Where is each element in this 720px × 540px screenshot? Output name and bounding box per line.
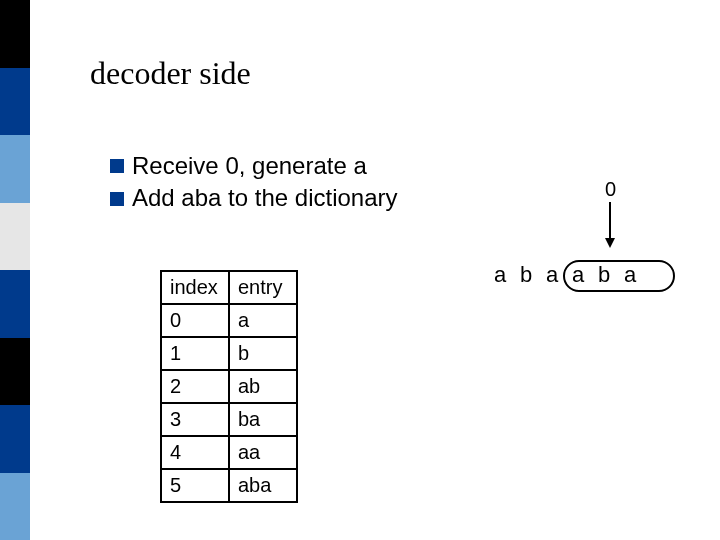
table-header-index: index [161,271,229,304]
bullet-square-icon [110,192,124,206]
bullet-item: Receive 0, generate a [110,150,398,182]
slide-title: decoder side [90,55,251,92]
dictionary-table: index entry 0 a 1 b 2 ab 3 ba 4 aa 5 aba [160,270,298,503]
bullet-item: Add aba to the dictionary [110,182,398,214]
table-row: 0 a [161,304,297,337]
bullet-square-icon [110,159,124,173]
bullet-text: Add aba to the dictionary [132,182,398,214]
cell-entry: ba [229,403,297,436]
cell-entry: b [229,337,297,370]
table-row: 5 aba [161,469,297,502]
seq-char: a [487,262,513,288]
stripe-seg [0,473,30,541]
cell-entry: ab [229,370,297,403]
stripe-seg [0,135,30,203]
stripe-seg [0,338,30,406]
table-row: 1 b [161,337,297,370]
cell-entry: aba [229,469,297,502]
highlight-oval [563,260,675,292]
bullet-list: Receive 0, generate a Add aba to the dic… [110,150,398,215]
decorative-stripe [0,0,30,540]
cell-entry: a [229,304,297,337]
stripe-seg [0,203,30,271]
seq-char: a [539,262,565,288]
stripe-seg [0,405,30,473]
bullet-text: Receive 0, generate a [132,150,367,182]
cell-index: 3 [161,403,229,436]
table-row: 3 ba [161,403,297,436]
cell-index: 2 [161,370,229,403]
seq-char: b [513,262,539,288]
stripe-seg [0,0,30,68]
pointer-label: 0 [605,178,616,201]
table-row: index entry [161,271,297,304]
cell-index: 0 [161,304,229,337]
table-row: 4 aa [161,436,297,469]
stripe-seg [0,68,30,136]
cell-index: 1 [161,337,229,370]
stripe-seg [0,270,30,338]
table-row: 2 ab [161,370,297,403]
cell-entry: aa [229,436,297,469]
cell-index: 4 [161,436,229,469]
table-header-entry: entry [229,271,297,304]
cell-index: 5 [161,469,229,502]
down-arrow-icon [609,202,611,246]
